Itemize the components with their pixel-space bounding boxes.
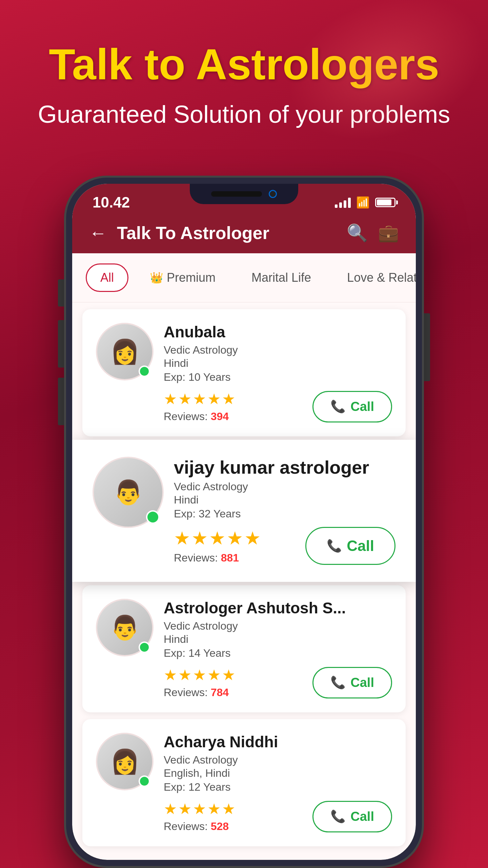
call-icon: 📞 [330, 399, 346, 414]
header-icons: 🔍 💼 [347, 223, 399, 243]
astrologer-name-vijay: vijay kumar astrologer [174, 457, 395, 478]
stars-section-ashutosh: ★ ★ ★ ★ ★ Reviews: 784 [164, 666, 235, 699]
review-count-niddhi: 528 [211, 820, 229, 832]
side-button-vol-up [58, 320, 64, 368]
call-button-anubala[interactable]: 📞 Call [312, 391, 392, 422]
star-1: ★ [164, 666, 177, 684]
star-2: ★ [178, 666, 191, 684]
star-1: ★ [164, 800, 177, 817]
sub-title: Guaranteed Solution of your problems [27, 99, 461, 131]
signal-bar-3 [344, 200, 346, 208]
specialty-ashutosh: Vedic Astrology [164, 620, 392, 632]
call-label-vijay: Call [347, 537, 374, 554]
wifi-icon: 📶 [356, 196, 370, 209]
call-button-vijay[interactable]: 📞 Call [305, 527, 395, 565]
star-2: ★ [191, 528, 208, 549]
search-icon[interactable]: 🔍 [347, 223, 368, 243]
star-3: ★ [193, 390, 206, 408]
online-indicator-ashutosh [139, 642, 150, 653]
phone-screen: 10.42 📶 ← Talk To Astrol [72, 184, 416, 860]
main-title: Talk to Astrologers [27, 41, 461, 88]
tab-marital-label: Marital Life [251, 271, 311, 285]
call-label-anubala: Call [350, 399, 374, 414]
card-bottom-ashutosh: ★ ★ ★ ★ ★ Reviews: 784 [164, 666, 392, 699]
card-bottom-vijay: ★ ★ ★ ★ ★ Reviews: 881 [174, 527, 395, 565]
status-icons: 📶 [335, 196, 395, 209]
avatar-wrapper-niddhi: 👩 [96, 733, 154, 790]
call-label-niddhi: Call [350, 809, 374, 824]
battery-icon [375, 198, 395, 207]
call-button-ashutosh[interactable]: 📞 Call [312, 667, 392, 698]
language-niddhi: English, Hindi [164, 767, 392, 780]
experience-ashutosh: Exp: 14 Years [164, 647, 392, 659]
star-3: ★ [193, 800, 206, 817]
call-button-niddhi[interactable]: 📞 Call [312, 801, 392, 832]
tab-all-label: All [100, 271, 114, 285]
stars-section-niddhi: ★ ★ ★ ★ ★ Reviews: 528 [164, 800, 235, 833]
tab-premium[interactable]: 👑 Premium [135, 263, 230, 292]
card-bottom-anubala: ★ ★ ★ ★ ★ Reviews: 394 [164, 390, 392, 423]
language-anubala: Hindi [164, 357, 392, 370]
star-2: ★ [178, 800, 191, 817]
star-5: ★ [244, 528, 261, 549]
signal-icon [335, 197, 351, 208]
astrologer-name-niddhi: Acharya Niddhi [164, 733, 392, 751]
avatar-wrapper-vijay: 👨 [93, 457, 164, 528]
call-icon: 📞 [330, 675, 346, 690]
stars-anubala: ★ ★ ★ ★ ★ [164, 390, 235, 408]
tab-love[interactable]: Love & Relations [332, 263, 416, 292]
stars-section-anubala: ★ ★ ★ ★ ★ Reviews: 394 [164, 390, 235, 423]
online-indicator-anubala [139, 366, 150, 377]
astrologer-name-ashutosh: Astrologer Ashutosh S... [164, 599, 392, 617]
back-button[interactable]: ← [89, 224, 107, 242]
stars-ashutosh: ★ ★ ★ ★ ★ [164, 666, 235, 684]
signal-bar-1 [335, 204, 338, 208]
astrologer-card-anubala: 👩 Anubala Vedic Astrology Hindi Exp: 10 … [82, 309, 406, 436]
notch-speaker [211, 191, 262, 197]
card-info-ashutosh: Astrologer Ashutosh S... Vedic Astrology… [164, 599, 392, 699]
status-time: 10.42 [93, 194, 130, 211]
astrologer-card-niddhi: 👩 Acharya Niddhi Vedic Astrology English… [82, 719, 406, 846]
filter-tabs: All 👑 Premium Marital Life Love & Relati… [72, 253, 416, 302]
online-indicator-niddhi [139, 775, 150, 787]
star-4: ★ [207, 666, 221, 684]
tab-love-label: Love & Relations [347, 271, 416, 285]
app-header: ← Talk To Astrologer 🔍 💼 [72, 216, 416, 253]
review-count-ashutosh: 784 [211, 686, 229, 698]
language-vijay: Hindi [174, 494, 395, 506]
side-button-mute [58, 279, 64, 307]
star-5: ★ [222, 800, 235, 817]
card-info-vijay: vijay kumar astrologer Vedic Astrology H… [174, 457, 395, 565]
phone-mockup: 10.42 📶 ← Talk To Astrol [66, 178, 422, 866]
card-bottom-niddhi: ★ ★ ★ ★ ★ Reviews: 528 [164, 800, 392, 833]
star-3: ★ [209, 528, 225, 549]
review-count-vijay: 881 [221, 552, 239, 564]
tab-premium-label: Premium [167, 271, 216, 285]
tab-all[interactable]: All [86, 263, 128, 292]
language-ashutosh: Hindi [164, 633, 392, 646]
avatar-wrapper-anubala: 👩 [96, 323, 154, 380]
avatar-wrapper-ashutosh: 👨 [96, 599, 154, 656]
side-button-vol-down [58, 378, 64, 425]
reviews-niddhi: Reviews: 528 [164, 820, 235, 833]
wallet-icon[interactable]: 💼 [378, 223, 399, 243]
specialty-niddhi: Vedic Astrology [164, 754, 392, 766]
hero-section: Talk to Astrologers Guaranteed Solution … [0, 0, 488, 157]
crown-icon: 👑 [150, 271, 163, 284]
phone-notch [190, 184, 298, 204]
star-1: ★ [164, 390, 177, 408]
experience-vijay: Exp: 32 Years [174, 508, 395, 520]
review-count-anubala: 394 [211, 410, 229, 422]
experience-niddhi: Exp: 12 Years [164, 781, 392, 793]
signal-bar-4 [348, 198, 351, 208]
specialty-anubala: Vedic Astrology [164, 344, 392, 356]
notch-camera [269, 190, 277, 198]
stars-niddhi: ★ ★ ★ ★ ★ [164, 800, 235, 817]
star-4: ★ [207, 390, 221, 408]
star-2: ★ [178, 390, 191, 408]
star-4: ★ [227, 528, 243, 549]
astrologer-card-vijay: 👨 vijay kumar astrologer Vedic Astrology… [72, 440, 416, 582]
specialty-vijay: Vedic Astrology [174, 480, 395, 493]
phone-frame: 10.42 📶 ← Talk To Astrol [66, 178, 422, 866]
tab-marital[interactable]: Marital Life [237, 263, 326, 292]
